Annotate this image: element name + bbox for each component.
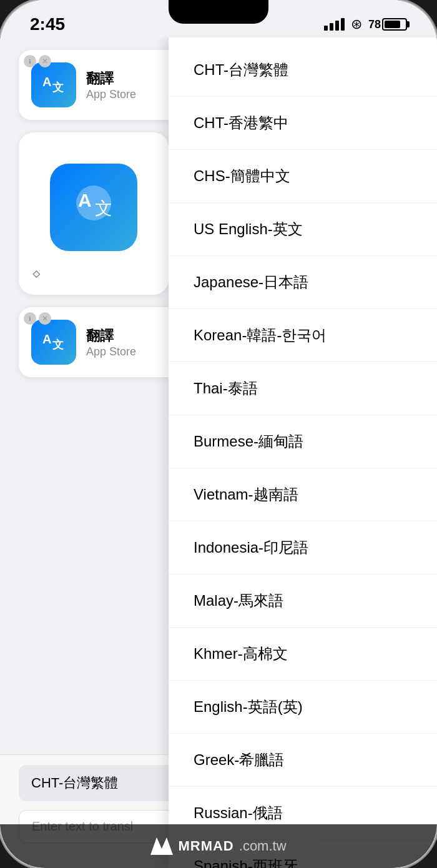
dropdown-item[interactable]: Japanese-日本語	[169, 256, 437, 309]
app-name-2: 翻譯	[86, 327, 169, 345]
dropdown-item[interactable]: Korean-韓語-한국어	[169, 309, 437, 362]
dropdown-item[interactable]: CHS-簡體中文	[169, 150, 437, 203]
svg-text:文: 文	[52, 338, 64, 351]
svg-marker-7	[150, 837, 173, 855]
svg-text:A: A	[78, 190, 92, 210]
signal-icon	[324, 18, 345, 31]
large-widget[interactable]: A 文 ⬦	[19, 132, 169, 295]
watermark-logo: MRMAD .com.tw	[150, 837, 286, 855]
svg-text:文: 文	[52, 81, 64, 94]
large-translate-icon: A 文	[69, 178, 119, 237]
dropdown-item[interactable]: Thai-泰語	[169, 362, 437, 415]
diamond-icon: ⬦	[31, 262, 42, 282]
translate-icon-1: A 文	[40, 69, 67, 101]
large-icon: A 文	[50, 164, 137, 251]
app-badges-2: ℹ ✕	[24, 312, 51, 325]
dropdown-item[interactable]: Indonesia-印尼語	[169, 521, 437, 575]
app-info-2: 翻譯 App Store	[86, 327, 169, 358]
close-badge-2[interactable]: ✕	[39, 312, 51, 325]
main-content: ℹ ✕ A 文 翻譯 App Store	[0, 37, 437, 868]
notch	[169, 0, 268, 24]
status-time: 2:45	[30, 14, 65, 34]
battery-fill	[385, 21, 400, 28]
app-source-1: App Store	[86, 88, 169, 101]
dropdown-item[interactable]: Khmer-高棉文	[169, 628, 437, 681]
app-icon-1: A 文	[31, 62, 76, 107]
app-source-2: App Store	[86, 345, 169, 358]
battery-level: 78	[368, 18, 381, 31]
dropdown-item[interactable]: US English-英文	[169, 203, 437, 256]
close-badge[interactable]: ✕	[39, 55, 51, 67]
dropdown-item[interactable]: English-英語(英)	[169, 681, 437, 734]
battery-icon: 78	[368, 18, 407, 31]
dropdown-item[interactable]: Burmese-緬甸語	[169, 415, 437, 468]
svg-text:A: A	[42, 75, 51, 89]
battery-box	[382, 18, 407, 31]
svg-text:A: A	[42, 332, 51, 346]
dropdown-item[interactable]: Vietnam-越南語	[169, 468, 437, 521]
watermark-brand: MRMAD	[178, 838, 233, 854]
svg-text:文: 文	[95, 199, 112, 218]
app-name-1: 翻譯	[86, 69, 169, 88]
app-card-2[interactable]: ℹ ✕ A 文 翻譯 App Store	[19, 307, 181, 377]
dropdown-item[interactable]: CHT-香港繁中	[169, 97, 437, 150]
app-info-1: 翻譯 App Store	[86, 69, 169, 101]
app-card-1[interactable]: ℹ ✕ A 文 翻譯 App Store	[19, 50, 181, 120]
wifi-icon: ⊛	[351, 16, 362, 32]
watermark-bar: MRMAD .com.tw	[0, 824, 437, 868]
app-badges-1: ℹ ✕	[24, 55, 51, 67]
phone-screen: 2:45 ⊛ 78	[0, 0, 437, 868]
info-badge: ℹ	[24, 55, 36, 67]
watermark-domain: .com.tw	[239, 838, 287, 854]
language-dropdown[interactable]: CHT-台灣繁體CHT-香港繁中CHS-簡體中文US English-英文Jap…	[169, 37, 437, 868]
phone-frame: 2:45 ⊛ 78	[0, 0, 437, 868]
dropdown-item[interactable]: Malay-馬來語	[169, 575, 437, 628]
app-icon-2: A 文	[31, 320, 76, 365]
status-right: ⊛ 78	[324, 16, 407, 32]
translate-icon-2: A 文	[40, 326, 67, 358]
mrmad-logo-icon	[150, 837, 173, 855]
info-badge-2: ℹ	[24, 312, 36, 325]
dropdown-item[interactable]: CHT-台灣繁體	[169, 37, 437, 97]
dropdown-item[interactable]: Greek-希臘語	[169, 734, 437, 787]
